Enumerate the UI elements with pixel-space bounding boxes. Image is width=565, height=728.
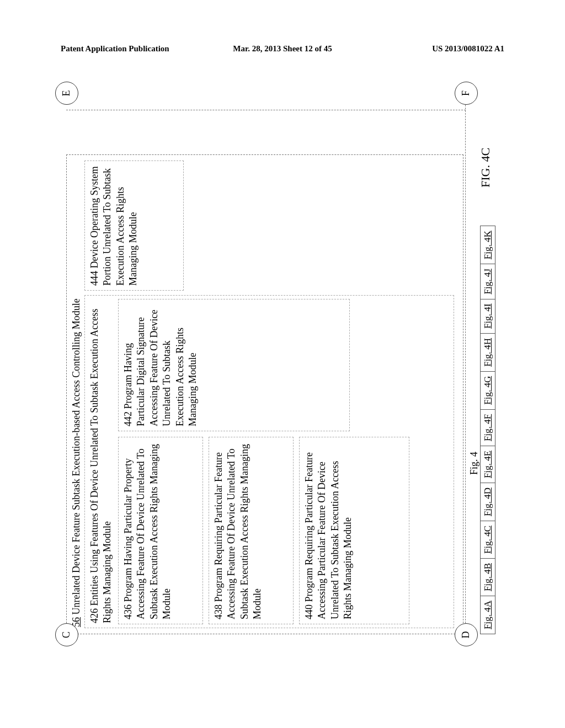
connector-e: E: [55, 82, 78, 105]
box-438-text: 438 Program Requiring Particular Feature…: [212, 442, 264, 619]
box-444-text: 444 Device Operating System Portion Unre…: [88, 165, 140, 286]
figure-nav-cell: Fig. 4F: [480, 409, 495, 446]
box-426: 426 Entities Using Features Of Device Un…: [84, 295, 454, 628]
connector-c: C: [55, 623, 78, 646]
figure-4c-label: FIG. 4C: [478, 148, 494, 188]
figure-nav-cell: Fig. 4A: [480, 596, 495, 634]
box-440: 440 Program Requiring Particular Feature…: [299, 437, 409, 624]
box-436: 436 Program Having Particular Property A…: [118, 437, 203, 624]
box-442: 442 Program Having Particular Digital Si…: [118, 299, 350, 431]
box-440-text: 440 Program Requiring Particular Feature…: [303, 442, 355, 619]
header-left: Patent Application Publication: [61, 44, 169, 53]
figure-nav-cell: Fig. 4C: [480, 521, 495, 558]
figure-nav-cell: Fig. 4E: [480, 446, 495, 483]
figure-label: Fig. 4: [468, 292, 481, 634]
connector-f: F: [455, 82, 478, 105]
figure-rotated: 56 Unrelated Device Feature Subtask Exec…: [66, 88, 497, 634]
module-56-container: 56 Unrelated Device Feature Subtask Exec…: [66, 154, 463, 634]
figure-nav-row: Fig. 4A Fig. 4B Fig. 4C Fig. 4D Fig. 4E …: [480, 226, 495, 634]
figure-nav-cell: Fig. 4B: [480, 558, 495, 596]
box-426-text: 426 Entities Using Features Of Device Un…: [88, 300, 114, 623]
figure-nav-cell: Fig. 4H: [480, 333, 495, 371]
figure-nav-cell: Fig. 4I: [480, 299, 495, 333]
continuation-edge-right: [66, 109, 466, 110]
figure-nav-cell: Fig. 4G: [480, 371, 495, 409]
header-center: Mar. 28, 2013 Sheet 12 of 45: [233, 44, 332, 53]
box-442-text: 442 Program Having Particular Digital Si…: [122, 304, 199, 426]
continuation-edge-bottom: [465, 88, 466, 634]
header-right: US 2013/0081022 A1: [432, 44, 504, 53]
box-438: 438 Program Requiring Particular Feature…: [209, 437, 294, 624]
module-56-text: Unrelated Device Feature Subtask Executi…: [71, 298, 82, 614]
figure-nav-cell: Fig. 4K: [480, 226, 495, 264]
module-56-title: 56 Unrelated Device Feature Subtask Exec…: [70, 162, 83, 627]
page-header: Patent Application Publication Mar. 28, …: [0, 44, 565, 53]
page: Patent Application Publication Mar. 28, …: [0, 0, 565, 728]
figure-nav-cell: Fig. 4D: [480, 483, 495, 521]
figure-nav-cell: Fig. 4J: [480, 264, 495, 298]
figure-viewport: 56 Unrelated Device Feature Subtask Exec…: [66, 88, 497, 634]
box-436-text: 436 Program Having Particular Property A…: [122, 442, 174, 619]
box-444: 444 Device Operating System Portion Unre…: [84, 160, 184, 291]
